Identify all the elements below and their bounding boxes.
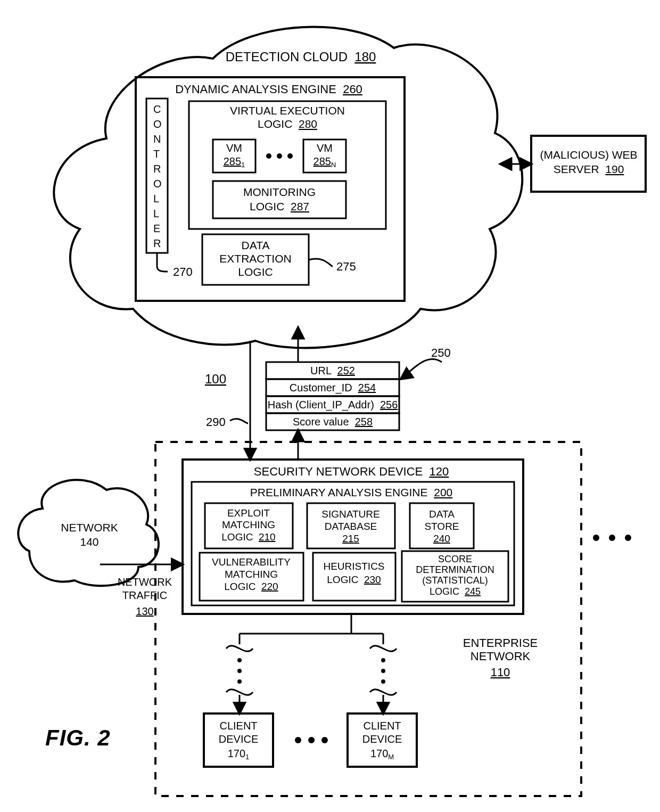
vm1-label: VM — [226, 142, 242, 154]
dynamic-analysis-engine-label: DYNAMIC ANALYSIS ENGINE 260 — [175, 83, 362, 96]
ent-net-l1: ENTERPRISE — [463, 636, 538, 650]
dex-l2: EXTRACTION — [219, 252, 291, 265]
network-label: NETWORK — [61, 521, 118, 534]
svg-text:(STATISTICAL): (STATISTICAL) — [422, 575, 488, 586]
svg-text:LOGIC  210: LOGIC 210 — [221, 531, 275, 543]
svg-point-49 — [321, 737, 328, 743]
svg-text:URL  252: URL 252 — [310, 365, 355, 376]
svg-point-1 — [287, 153, 293, 159]
monitoring-l1: MONITORING — [243, 186, 316, 198]
controller-lead — [157, 253, 168, 272]
packet-ref: 250 — [431, 346, 451, 359]
svg-point-36 — [237, 679, 242, 684]
svg-text:LOGIC  220: LOGIC 220 — [224, 581, 278, 592]
svg-text:DEVICE: DEVICE — [362, 733, 402, 745]
down-arrow-ref: 290 — [206, 415, 226, 429]
svg-text:SIGNATURE: SIGNATURE — [321, 508, 380, 520]
ent-net-l2: NETWORK — [471, 650, 531, 663]
down-arrow-lead — [230, 419, 248, 423]
vexec-l2: LOGIC 280 — [258, 118, 317, 130]
detection-cloud-label: DETECTION CLOUD 180 — [226, 50, 376, 64]
svg-text:CLIENT: CLIENT — [363, 720, 401, 732]
svg-text:DATABASE: DATABASE — [325, 521, 377, 532]
vm-dots — [266, 153, 271, 159]
svg-text:STORE: STORE — [424, 521, 459, 532]
svg-text:170M: 170M — [370, 748, 394, 761]
svg-text:VULNERABILITY: VULNERABILITY — [212, 556, 291, 568]
svg-point-10 — [609, 535, 615, 541]
pae-label: PRELIMINARY ANALYSIS ENGINE 200 — [250, 486, 453, 498]
svg-text:MATCHING: MATCHING — [222, 519, 275, 530]
dex-l1: DATA — [242, 239, 270, 251]
packet-lead — [401, 359, 442, 379]
svg-text:DEVICE: DEVICE — [219, 733, 258, 745]
controller-ref: 270 — [173, 265, 193, 278]
client-more-dots — [295, 737, 301, 743]
svg-text:Score value  258: Score value 258 — [293, 416, 373, 428]
svg-text:EXPLOIT: EXPLOIT — [227, 507, 270, 519]
svg-text:DETERMINATION: DETERMINATION — [416, 564, 494, 575]
svg-point-40 — [381, 679, 385, 684]
svg-text:LOGIC  230: LOGIC 230 — [327, 574, 381, 585]
ntraffic-l1: NETWORK — [118, 576, 172, 588]
web-server-l1: (MALICIOUS) WEB — [540, 149, 637, 161]
svg-point-38 — [381, 658, 385, 662]
svg-point-35 — [237, 669, 242, 673]
svg-text:MATCHING: MATCHING — [225, 569, 278, 580]
snd-label: SECURITY NETWORK DEVICE 120 — [254, 465, 449, 478]
clientm-connector — [370, 646, 397, 713]
dex-l3: LOGIC — [238, 266, 273, 278]
dex-lead — [309, 259, 333, 266]
svg-point-34 — [237, 658, 242, 662]
figure-label: FIG. 2 — [45, 725, 111, 750]
snd-more-dots — [593, 535, 599, 541]
packet-table: URL 252 Customer_ID 254 Hash (Client_IP_… — [266, 362, 399, 430]
ntraffic-ref: 130 — [136, 605, 153, 617]
ntraffic-l2: TRAFFIC — [122, 589, 167, 601]
client1-connector — [226, 646, 253, 713]
controller-letters: C O N T R O L L E R — [153, 103, 164, 249]
svg-text:CLIENT: CLIENT — [219, 720, 257, 732]
svg-text:LOGIC  245: LOGIC 245 — [430, 586, 481, 597]
dex-ref: 275 — [336, 260, 356, 273]
web-server-l2: SERVER 190 — [554, 163, 624, 175]
system-ref: 100 — [205, 372, 226, 386]
svg-point-39 — [381, 669, 385, 673]
svg-point-48 — [308, 737, 315, 743]
svg-text:HEURISTICS: HEURISTICS — [323, 561, 384, 572]
svg-text:1701: 1701 — [228, 748, 250, 761]
ent-net-ref: 110 — [491, 666, 510, 679]
svg-text:215: 215 — [342, 533, 359, 544]
svg-text:240: 240 — [433, 533, 450, 544]
vmn-ref: 285N — [314, 155, 336, 169]
svg-text:SCORE: SCORE — [438, 554, 472, 564]
network-ref: 140 — [80, 536, 98, 548]
svg-point-11 — [625, 535, 631, 541]
vm1-ref: 2851 — [224, 155, 245, 169]
svg-point-0 — [277, 153, 282, 159]
svg-text:DATA: DATA — [429, 508, 455, 520]
diagram-canvas: FIG. 2 100 DETECTION CLOUD 180 DYNAMIC A… — [0, 0, 660, 812]
monitoring-l2: LOGIC 287 — [250, 200, 309, 212]
svg-text:Hash (Client_IP_Addr)  256: Hash (Client_IP_Addr) 256 — [268, 399, 398, 411]
svg-text:Customer_ID  254: Customer_ID 254 — [290, 382, 376, 394]
vexec-l1: VIRTUAL EXECUTION — [230, 104, 345, 117]
vmn-label: VM — [317, 142, 333, 154]
